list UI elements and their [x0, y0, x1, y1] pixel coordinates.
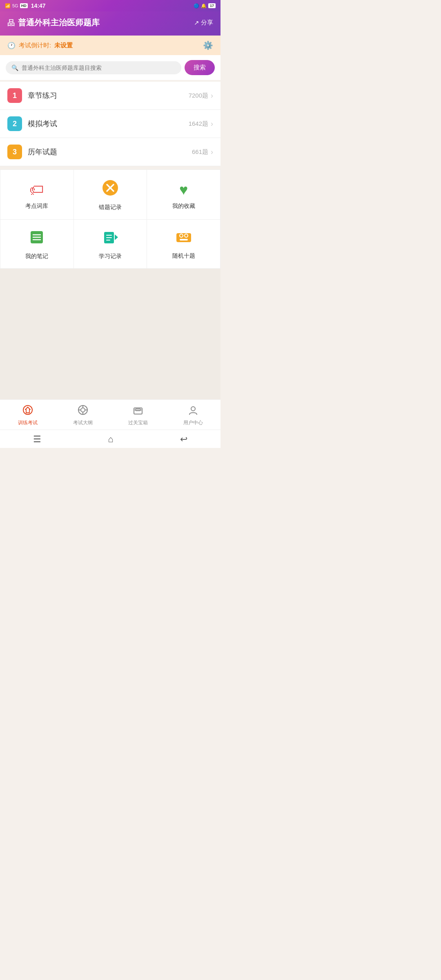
category-item-2[interactable]: 2 模拟考试 1642题 ›: [0, 110, 220, 138]
header: 品 普通外科主治医师题库 ↗ 分享: [0, 11, 220, 36]
notes-label: 我的笔记: [25, 253, 48, 260]
cat-count-3: 661题: [192, 148, 208, 156]
search-bar: 🔍 搜索: [0, 55, 220, 80]
bottom-nav: 训练考试 考试大纲 过关宝箱: [0, 399, 220, 430]
grid-item-wrong[interactable]: 错题记录: [74, 170, 147, 220]
app-title: 普通外科主治医师题库: [18, 17, 100, 28]
cat-number-3: 3: [7, 145, 22, 159]
keyword-label: 考点词库: [25, 203, 48, 210]
time: 14:47: [31, 2, 46, 9]
svg-rect-12: [176, 233, 191, 242]
svg-point-28: [191, 407, 195, 411]
nav-item-user[interactable]: 用户中心: [165, 403, 220, 428]
status-left: 📶 5G HD 14:47: [5, 2, 46, 9]
svg-point-20: [81, 408, 85, 412]
clock-icon: 🕐: [7, 42, 16, 49]
bluetooth-icon: 🔵: [194, 3, 199, 9]
keyword-icon: 🏷: [29, 181, 44, 198]
countdown-left: 🕐 考试倒计时: 未设置: [7, 42, 73, 49]
nav-home-icon: [22, 405, 33, 418]
function-grid: 🏷 考点词库 错题记录 ♥ 我的收藏 我的笔记: [0, 169, 220, 269]
menu-button[interactable]: ☰: [33, 434, 41, 445]
chevron-icon-3: ›: [211, 148, 213, 156]
favorites-icon: ♥: [179, 181, 188, 198]
app-icon: 品: [7, 18, 15, 28]
favorites-label: 我的收藏: [172, 203, 195, 210]
grid-item-favorites[interactable]: ♥ 我的收藏: [147, 170, 220, 220]
cat-name-1: 章节练习: [28, 91, 189, 100]
category-item-3[interactable]: 3 历年试题 661题 ›: [0, 138, 220, 166]
chevron-icon-2: ›: [211, 120, 213, 128]
search-magnifier-icon: 🔍: [11, 65, 18, 71]
cat-number-1: 1: [7, 88, 22, 103]
home-button[interactable]: ⌂: [108, 434, 113, 445]
random-icon: [176, 230, 192, 248]
grid-item-study-record[interactable]: 学习记录: [74, 220, 147, 269]
svg-point-16: [185, 234, 187, 237]
share-button[interactable]: ↗ 分享: [194, 19, 213, 27]
cat-count-1: 7200题: [189, 92, 208, 100]
svg-marker-8: [115, 234, 118, 240]
nav-label-outline: 考试大纲: [73, 419, 93, 426]
nav-item-treasure[interactable]: 过关宝箱: [110, 403, 165, 428]
cat-number-2: 2: [7, 116, 22, 131]
nav-item-outline[interactable]: 考试大纲: [55, 403, 110, 428]
grid-item-notes[interactable]: 我的笔记: [0, 220, 74, 269]
nav-label-training: 训练考试: [18, 419, 38, 426]
alarm-icon: 🔔: [201, 3, 207, 9]
nav-user-icon: [188, 405, 198, 418]
svg-point-15: [180, 234, 183, 237]
share-label: 分享: [201, 19, 213, 27]
countdown-label: 考试倒计时:: [19, 42, 51, 49]
status-right: 🔵 🔔 17: [194, 3, 216, 9]
signal-text: 5G: [12, 3, 18, 8]
notes-icon: [29, 229, 45, 249]
nav-label-user: 用户中心: [183, 419, 203, 426]
category-list: 1 章节练习 7200题 › 2 模拟考试 1642题 › 3 历年试题 661…: [0, 82, 220, 166]
random-label: 随机十题: [172, 252, 195, 260]
cat-name-3: 历年试题: [28, 147, 192, 157]
search-input[interactable]: [22, 65, 176, 71]
hd-badge: HD: [20, 3, 28, 8]
system-bar: ☰ ⌂ ↩: [0, 430, 220, 448]
countdown-value: 未设置: [54, 42, 73, 49]
nav-treasure-icon: [133, 405, 143, 418]
wrong-icon: [102, 180, 118, 200]
category-item-1[interactable]: 1 章节练习 7200题 ›: [0, 82, 220, 110]
back-button[interactable]: ↩: [180, 434, 187, 445]
chevron-icon-1: ›: [211, 91, 213, 100]
share-icon: ↗: [194, 19, 199, 27]
svg-rect-17: [180, 239, 188, 241]
search-input-wrap: 🔍: [6, 61, 181, 74]
grid-item-random[interactable]: 随机十题: [147, 220, 220, 269]
grid-item-keyword[interactable]: 🏷 考点词库: [0, 170, 74, 220]
study-record-icon: [102, 229, 118, 249]
header-title-group: 品 普通外科主治医师题库: [7, 17, 100, 28]
settings-icon[interactable]: ⚙️: [203, 40, 213, 50]
countdown-bar: 🕐 考试倒计时: 未设置 ⚙️: [0, 36, 220, 55]
cat-name-2: 模拟考试: [28, 119, 189, 129]
signal-icon: 📶: [5, 3, 11, 9]
nav-item-training[interactable]: 训练考试: [0, 403, 55, 428]
search-button[interactable]: 搜索: [185, 60, 215, 75]
battery-icon: 17: [208, 3, 216, 8]
nav-outline-icon: [78, 405, 88, 418]
nav-label-treasure: 过关宝箱: [128, 419, 148, 426]
wrong-label: 错题记录: [99, 204, 122, 211]
empty-area: [0, 269, 220, 399]
status-bar: 📶 5G HD 14:47 🔵 🔔 17: [0, 0, 220, 11]
cat-count-2: 1642题: [189, 120, 208, 128]
study-record-label: 学习记录: [99, 253, 122, 260]
